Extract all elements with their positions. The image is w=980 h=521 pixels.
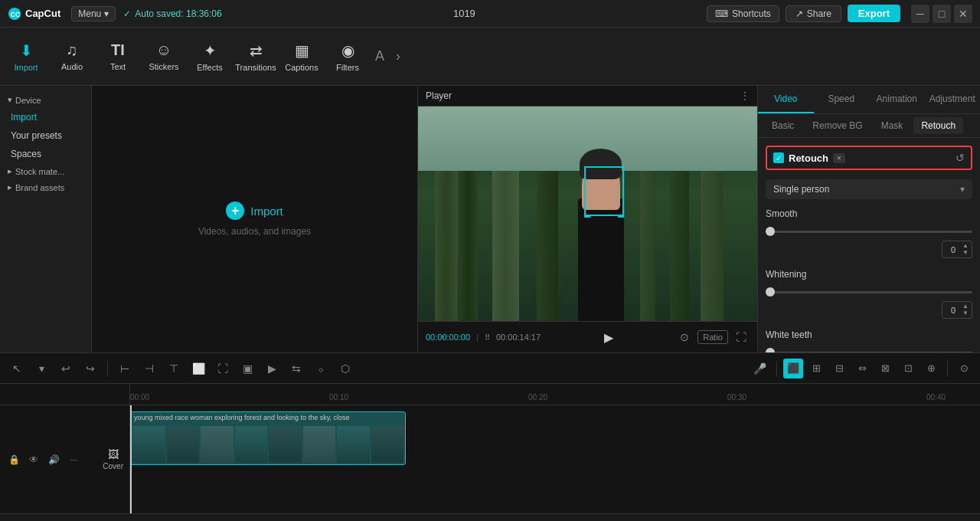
playhead[interactable] <box>130 405 132 513</box>
camera-icon[interactable]: ⊙ <box>676 329 693 346</box>
subtab-basic[interactable]: Basic <box>764 117 802 134</box>
zoom-fit-button[interactable]: ⊙ <box>954 359 974 378</box>
toolbar-more[interactable]: A <box>371 31 389 83</box>
crop-tool[interactable]: ⬜ <box>188 358 209 379</box>
tab-adjustment[interactable]: Adjustment <box>925 86 981 113</box>
close-button[interactable]: ✕ <box>954 5 972 23</box>
ruler-mark-0: 00:00 <box>130 393 149 401</box>
sidebar-item-presets[interactable]: Your presets <box>0 126 91 145</box>
whitening-arrows[interactable]: ▲ ▼ <box>962 303 969 316</box>
toolbar-import[interactable]: ⬇ Import <box>3 31 49 83</box>
subtab-mask[interactable]: Mask <box>874 117 911 134</box>
menu-button[interactable]: Menu ▾ <box>71 6 116 21</box>
select-tool[interactable]: ↖ <box>6 358 28 379</box>
link-button[interactable]: ⊟ <box>829 359 849 378</box>
whitening-slider[interactable] <box>766 284 972 300</box>
frame-3 <box>201 426 234 463</box>
undo-button[interactable]: ↩ <box>55 358 77 379</box>
ratio-button[interactable]: Ratio <box>697 330 728 344</box>
plus-icon: + <box>226 202 244 220</box>
cover-label: Cover <box>103 462 123 470</box>
frame-tool[interactable]: ▣ <box>237 358 258 379</box>
export-button[interactable]: Export <box>848 5 900 22</box>
toolbar-transitions[interactable]: ⇄ Transitions <box>233 31 279 83</box>
select-dropdown[interactable]: ▾ <box>31 358 52 379</box>
grid-button[interactable]: ⊠ <box>875 359 895 378</box>
eye-icon[interactable]: 👁 <box>26 452 41 467</box>
shortcuts-button[interactable]: ⌨ Shortcuts <box>707 5 779 22</box>
magnet-button[interactable]: ⊞ <box>806 359 826 378</box>
sidebar-item-import[interactable]: Import <box>0 108 91 126</box>
retouch-checkbox[interactable]: ✓ <box>773 152 784 163</box>
toolbar-audio[interactable]: ♫ Audio <box>49 31 95 83</box>
minimize-button[interactable]: ─ <box>911 5 929 23</box>
player-menu-icon[interactable]: ⋮ <box>740 90 750 101</box>
redo-button[interactable]: ↪ <box>80 358 101 379</box>
lock-icon[interactable]: 🔒 <box>6 452 21 467</box>
smooth-value-box: 0 ▲ ▼ <box>942 241 972 258</box>
smooth-up-icon[interactable]: ▲ <box>962 243 969 249</box>
fullscreen-icon[interactable]: ⛶ <box>733 329 750 346</box>
audio-icon: ♫ <box>67 41 78 59</box>
stock-section-header[interactable]: ▸ Stock mate... <box>0 163 91 179</box>
play-button[interactable]: ▶ <box>598 326 619 348</box>
toolbar-expand[interactable]: › <box>389 31 407 83</box>
overlay-button[interactable]: ⊡ <box>898 359 918 378</box>
retouch-badge[interactable]: × <box>833 153 845 163</box>
split-tool-2[interactable]: ⊣ <box>139 358 160 379</box>
white-teeth-slider[interactable] <box>766 345 972 352</box>
smooth-slider-thumb[interactable] <box>766 227 775 236</box>
marker-tool[interactable]: ⛶ <box>212 358 234 379</box>
volume-icon[interactable]: 🔊 <box>46 452 61 467</box>
player-title: Player <box>426 90 452 101</box>
device-section-header[interactable]: ▾ Device <box>0 92 91 108</box>
import-drop-zone[interactable]: + Import Videos, audios, and images <box>92 86 417 352</box>
smooth-down-icon[interactable]: ▼ <box>962 250 969 256</box>
subtab-removebg[interactable]: Remove BG <box>805 117 870 134</box>
tab-animation[interactable]: Animation <box>869 86 925 113</box>
share-button[interactable]: ↗ Share <box>786 5 841 22</box>
sidebar-item-spaces[interactable]: Spaces <box>0 145 91 163</box>
toolbar-stickers[interactable]: ☺ Stickers <box>141 31 187 83</box>
clip-mode-button[interactable]: ⬛ <box>783 359 803 378</box>
more-icon[interactable]: ··· <box>66 452 81 467</box>
flip-h-tool[interactable]: ⇆ <box>286 358 307 379</box>
import-button[interactable]: + Import <box>226 202 283 220</box>
edit-tool[interactable]: ⬡ <box>335 358 356 379</box>
toolbar-captions[interactable]: ▦ Captions <box>279 31 325 83</box>
device-section-label: Device <box>15 96 41 105</box>
toolbar-text[interactable]: TI Text <box>95 31 141 83</box>
play-tool[interactable]: ▶ <box>261 358 283 379</box>
timeline-tracks: young mixed race woman exploring forest … <box>130 405 980 513</box>
project-id: 1019 <box>222 8 707 19</box>
add-button[interactable]: ⊕ <box>921 359 941 378</box>
cover-button[interactable]: 🖼 Cover <box>103 448 123 470</box>
tab-speed[interactable]: Speed <box>814 86 870 113</box>
restore-button[interactable]: □ <box>933 5 951 23</box>
dropdown-label: Single person <box>773 184 829 195</box>
white-teeth-slider-thumb[interactable] <box>766 348 775 352</box>
toolbar-filters[interactable]: ◉ Filters <box>325 31 371 83</box>
whitening-down-icon[interactable]: ▼ <box>962 310 969 316</box>
dropdown-chevron-icon: ▾ <box>960 184 965 195</box>
split-tool-3[interactable]: ⊤ <box>163 358 185 379</box>
flip-v-tool[interactable]: ⬦ <box>310 358 332 379</box>
brand-section-header[interactable]: ▸ Brand assets <box>0 179 91 195</box>
split-tool[interactable]: ⊢ <box>114 358 136 379</box>
smooth-slider[interactable] <box>766 224 972 239</box>
video-clip[interactable]: young mixed race woman exploring forest … <box>130 411 406 465</box>
reset-icon[interactable]: ↺ <box>956 152 965 164</box>
toolbar-effects[interactable]: ✦ Effects <box>187 31 233 83</box>
tab-video[interactable]: Video <box>758 86 814 113</box>
toolbar-text-label: Text <box>110 62 126 71</box>
whitening-slider-row: Whitening 0 ▲ ▼ <box>766 269 972 319</box>
align-button[interactable]: ⇔ <box>852 359 872 378</box>
whitening-up-icon[interactable]: ▲ <box>962 303 969 310</box>
timeline-scrollbar[interactable] <box>0 513 980 521</box>
person-dropdown[interactable]: Single person ▾ <box>766 179 972 199</box>
toolbar-effects-label: Effects <box>197 63 222 72</box>
subtab-retouch[interactable]: Retouch <box>913 117 963 134</box>
smooth-arrows[interactable]: ▲ ▼ <box>962 243 969 256</box>
mic-icon[interactable]: 🎤 <box>749 358 770 379</box>
whitening-slider-thumb[interactable] <box>766 287 775 297</box>
